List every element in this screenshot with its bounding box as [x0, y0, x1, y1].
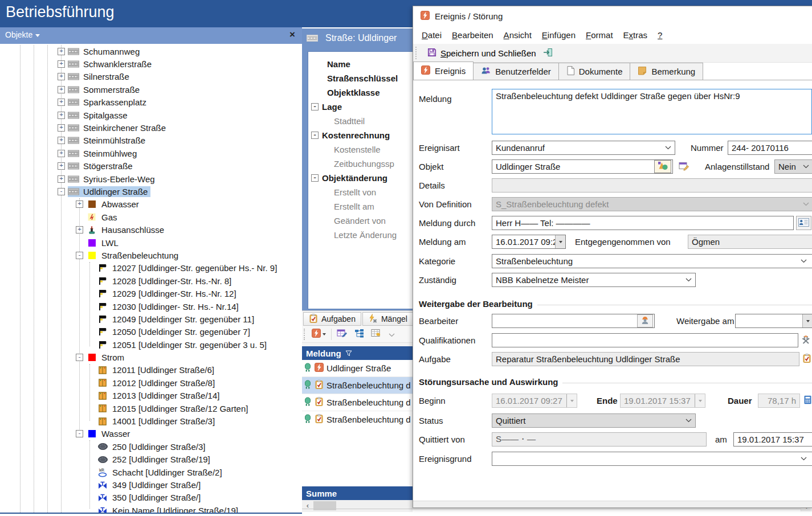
tree-item[interactable]: 12011 [Udldinger Straße/6] — [0, 364, 289, 376]
worker-lookup-button[interactable] — [637, 314, 653, 327]
expander-plus-icon[interactable]: + — [76, 200, 83, 208]
property-row[interactable]: Geändert von — [308, 214, 413, 228]
tree-item[interactable]: 12049 [Udeldinger Str. gegenüber 11] — [0, 313, 289, 325]
meldung-list-item[interactable]: Straßenbeleuchtung d — [302, 394, 413, 411]
tree-item[interactable]: 12028 [Udldinger-Str. Hs.-Nr. 8] — [0, 275, 289, 287]
nummer-field[interactable]: 244- 20170116 — [728, 141, 812, 155]
edit-object-button[interactable] — [676, 159, 691, 174]
expander-minus-icon[interactable]: - — [311, 103, 319, 110]
dropdown-button[interactable] — [802, 314, 812, 327]
contact-lookup-button[interactable] — [796, 216, 811, 230]
dropdown-button[interactable] — [555, 235, 565, 248]
pick-object-button[interactable] — [654, 160, 671, 173]
more-button[interactable] — [387, 328, 397, 340]
toolbar-grip[interactable] — [415, 47, 418, 59]
tree-item[interactable]: 350 [Udldinger Straße/] — [0, 492, 289, 504]
meldung-column-header[interactable]: Meldung — [302, 346, 413, 360]
property-row[interactable]: Erstellt von — [308, 185, 413, 199]
property-row[interactable]: Stadtteil — [308, 114, 413, 128]
meldung-durch-field[interactable]: Herr H―― Tel: ―――― — [492, 216, 794, 230]
table-actions-button[interactable] — [369, 327, 383, 341]
zustaendig-combobox[interactable]: NBB Kabelnetze Meister — [492, 273, 696, 287]
tree-item[interactable]: LWL — [0, 236, 289, 249]
tree-item[interactable]: +Steinkirchener Straße — [0, 121, 289, 134]
calculate-duration-button[interactable] — [802, 394, 812, 408]
chevron-down-icon[interactable] — [685, 278, 692, 282]
status-combobox[interactable]: Quittiert — [492, 413, 696, 428]
tree-item[interactable]: +Sommerstraße — [0, 83, 289, 96]
property-row[interactable]: Objektklasse — [308, 85, 413, 100]
expander-plus-icon[interactable]: + — [58, 73, 65, 80]
property-row[interactable]: Letzte Änderung — [308, 228, 413, 242]
tree-item[interactable]: 12013 [Udldinger Straße/14] — [0, 390, 289, 402]
tree-item[interactable]: +Syrius-Eberle-Weg — [0, 173, 289, 185]
property-row[interactable]: -Objektänderung — [308, 171, 413, 185]
tree-item[interactable]: +Steinmühlweg — [0, 147, 289, 159]
tree-item[interactable]: -Straßenbeleuchtung — [0, 249, 289, 261]
new-fault-button[interactable] — [310, 327, 328, 341]
tree-item[interactable]: 12015 [Udldinger Straße/12 Garten] — [0, 402, 289, 415]
property-row[interactable]: Name — [308, 57, 413, 71]
menu-item-ansicht[interactable]: Ansicht — [499, 30, 537, 40]
expander-minus-icon[interactable]: - — [311, 132, 319, 139]
tree-item[interactable]: Kein Name [Udldinger Straße/19] — [0, 504, 289, 514]
tree-item[interactable]: 14001 [Udldinger Straße/3] — [0, 415, 289, 427]
meldung-list-item[interactable]: Udldinger Straße — [302, 360, 413, 377]
expander-plus-icon[interactable]: + — [58, 137, 65, 144]
property-row[interactable]: -Lage — [308, 100, 413, 114]
chevron-down-icon[interactable] — [803, 165, 809, 169]
chevron-down-icon[interactable] — [801, 457, 807, 461]
expander-plus-icon[interactable]: + — [58, 48, 65, 55]
objects-dropdown[interactable]: Objekte — [5, 30, 40, 39]
expander-plus-icon[interactable]: + — [76, 226, 83, 234]
dialog-title-bar[interactable]: Ereignis / Störung — [413, 6, 812, 26]
tree-item[interactable]: 12051 [Udeldinger Str. gegenüber 3 u. 5] — [0, 338, 289, 351]
expander-minus-icon[interactable]: - — [58, 188, 65, 195]
tasks-horizontal-scrollbar[interactable]: ‹ — [302, 500, 413, 512]
weitergabe-am-datepicker[interactable] — [735, 314, 812, 328]
tree-item[interactable]: 12030 [Udldinger- Str. Hs.- Nr.14] — [0, 300, 289, 313]
tree-item[interactable]: -Wasser — [0, 428, 289, 440]
edit-entry-button[interactable] — [335, 327, 349, 341]
tree-item[interactable]: 12012 [Udldinger Straße/8] — [0, 376, 289, 389]
property-row[interactable]: Erstellt am — [308, 199, 413, 214]
expander-plus-icon[interactable]: + — [58, 175, 65, 183]
tab-bemerkung[interactable]: Bemerkung — [630, 63, 703, 80]
tree-item[interactable]: +Abwasser — [0, 198, 289, 211]
tree-item[interactable]: 12027 [Udldinger-Str. gegenüber Hs.- Nr.… — [0, 262, 289, 275]
menu-item-einfügen[interactable]: Einfügen — [537, 30, 581, 40]
tree-item[interactable]: +Sparkassenplatz — [0, 96, 289, 109]
details-field[interactable] — [492, 178, 812, 193]
tab-aufgaben[interactable]: Aufgaben — [303, 312, 361, 326]
qualifications-button[interactable] — [799, 333, 812, 347]
expander-minus-icon[interactable]: - — [76, 430, 83, 437]
expander-minus-icon[interactable]: - — [76, 252, 83, 259]
expander-plus-icon[interactable]: + — [58, 124, 65, 132]
property-row[interactable]: Zeitbuchungssp — [308, 157, 413, 171]
menu-item-extras[interactable]: Extras — [618, 30, 653, 40]
expander-minus-icon[interactable]: - — [76, 354, 83, 361]
scroll-left-icon[interactable]: ‹ — [303, 500, 312, 511]
ereignisgrund-combobox[interactable] — [492, 452, 812, 466]
entgegengenommen-field[interactable]: Ögmen — [688, 235, 812, 249]
tree-item[interactable]: +Schumannweg — [0, 45, 289, 58]
close-panel-icon[interactable]: × — [289, 29, 295, 40]
tab-ereignis[interactable]: Ereignis — [413, 62, 474, 80]
tree-item[interactable]: +Silnerstraße — [0, 71, 289, 83]
meldung-list-item[interactable]: Straßenbeleuchtung d — [302, 377, 413, 394]
task-button[interactable] — [801, 352, 812, 366]
save-and-close-button[interactable]: Speichern und Schließen — [425, 46, 538, 60]
hierarchy-view-button[interactable] — [353, 327, 366, 341]
expander-plus-icon[interactable]: + — [58, 86, 65, 93]
tree-item[interactable]: 12050 [Udeldinger Str. gegenüber 7] — [0, 326, 289, 338]
kategorie-combobox[interactable]: Straßenbeleuchtung — [492, 254, 812, 268]
menu-item-format[interactable]: Format — [581, 30, 618, 40]
menu-item-datei[interactable]: Datei — [417, 30, 447, 40]
objekt-field[interactable]: Udldinger Straße — [492, 159, 673, 174]
exit-door-icon[interactable] — [543, 48, 553, 59]
tree-item[interactable]: 12029 [Udldinger-Str. Hs.-Nr. 12] — [0, 287, 289, 300]
qualifikationen-field[interactable] — [492, 333, 798, 347]
menu-item-help[interactable]: ? — [652, 30, 667, 40]
tree-item[interactable]: 349 [Udldinger Straße/] — [0, 478, 289, 491]
menu-item-bearbeiten[interactable]: Bearbeiten — [447, 30, 499, 40]
